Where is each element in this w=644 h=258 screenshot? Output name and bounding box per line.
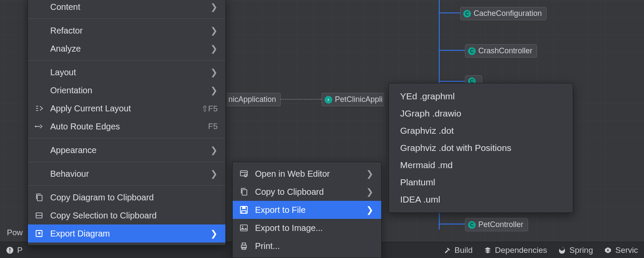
chevron-right-icon: ❯ <box>366 205 374 215</box>
node-label: nicApplication <box>228 95 276 104</box>
auto-route-icon <box>34 123 44 129</box>
node-label: PetController <box>478 220 523 229</box>
spring-boot-icon <box>325 96 332 104</box>
edge-to-cache <box>439 12 461 13</box>
tool-label: Spring <box>569 246 593 255</box>
tool-label: Build <box>455 246 473 255</box>
bottom-bar-fragment: Pow <box>7 228 23 237</box>
tool-label: Servic <box>615 246 638 255</box>
diagram-node-pet-controller[interactable]: C PetController <box>465 218 528 231</box>
diagram-node-application-center[interactable]: PetClinicAppli <box>322 93 384 106</box>
svg-rect-16 <box>9 248 10 251</box>
build-tool-button[interactable]: Build <box>444 246 473 255</box>
menu-item-behaviour[interactable]: Behaviour ❯ <box>28 165 225 183</box>
submenu-item-export-image[interactable]: Export to Image... <box>233 219 381 237</box>
menu-item-appearance[interactable]: Appearance ❯ <box>28 141 225 159</box>
submenu-item-open-web-editor[interactable]: Open in Web Editor ❯ <box>233 165 381 183</box>
context-menu: Content ❯ Refactor ❯ Analyze ❯ Layout ❯ … <box>27 0 226 246</box>
save-icon <box>239 206 249 214</box>
format-option-yed[interactable]: YEd .graphml <box>389 88 573 105</box>
dependencies-tool-button[interactable]: Dependencies <box>484 246 547 255</box>
menu-item-copy-selection[interactable]: Copy Selection to Clipboard <box>28 206 225 224</box>
layers-icon <box>484 246 492 254</box>
svg-point-11 <box>242 226 243 227</box>
node-label: CacheConfiguration <box>474 9 542 18</box>
submenu-item-print[interactable]: Print... <box>233 237 381 255</box>
chevron-right-icon: ❯ <box>210 169 218 179</box>
edge-dotted <box>280 99 322 100</box>
svg-rect-17 <box>9 252 10 252</box>
menu-item-analyze[interactable]: Analyze ❯ <box>28 40 225 58</box>
chevron-right-icon: ❯ <box>210 25 218 36</box>
apply-layout-icon <box>34 104 44 112</box>
svg-rect-8 <box>242 206 246 209</box>
edge-to-crash <box>439 50 465 51</box>
copy-icon <box>34 193 44 202</box>
chevron-right-icon: ❯ <box>210 145 218 155</box>
menu-item-copy-diagram[interactable]: Copy Diagram to Clipboard <box>28 188 225 206</box>
node-label: PetClinicAppli <box>335 95 383 104</box>
format-option-mermaid[interactable]: Mermaid .md <box>389 157 573 174</box>
svg-point-5 <box>244 174 247 177</box>
menu-separator <box>28 18 225 19</box>
copy-selection-icon <box>34 212 44 219</box>
menu-separator <box>28 162 225 162</box>
format-option-dot-positions[interactable]: Graphviz .dot with Positions <box>389 139 573 157</box>
spring-tool-button[interactable]: Spring <box>558 246 593 255</box>
tool-label: P <box>17 246 23 255</box>
menu-item-auto-route-edges[interactable]: Auto Route Edges F5 <box>28 117 225 135</box>
diagram-node-application-left-fragment[interactable]: nicApplication <box>227 93 281 106</box>
image-icon <box>239 224 249 232</box>
chevron-right-icon: ❯ <box>210 43 218 54</box>
menu-separator <box>28 138 225 138</box>
format-option-dot[interactable]: Graphviz .dot <box>389 122 573 139</box>
chevron-right-icon: ❯ <box>210 67 218 77</box>
print-icon <box>239 242 249 250</box>
class-icon: C <box>463 10 471 18</box>
export-submenu: Open in Web Editor ❯ Copy to Clipboard ❯… <box>232 162 382 258</box>
chevron-right-icon: ❯ <box>366 169 374 179</box>
svg-rect-10 <box>240 225 247 231</box>
menu-item-orientation[interactable]: Orientation ❯ <box>28 81 225 99</box>
menu-separator <box>28 60 225 61</box>
menu-separator <box>28 185 225 186</box>
menu-item-layout[interactable]: Layout ❯ <box>28 63 225 81</box>
tool-label: Dependencies <box>495 246 547 255</box>
submenu-item-copy-clipboard[interactable]: Copy to Clipboard ❯ <box>233 183 381 201</box>
problems-icon <box>6 246 14 254</box>
class-icon: C <box>468 47 476 55</box>
spring-icon <box>558 246 566 254</box>
web-editor-icon <box>239 170 249 178</box>
submenu-item-export-file[interactable]: Export to File ❯ <box>233 201 381 219</box>
menu-item-apply-current-layout[interactable]: Apply Current Layout ⇧F5 <box>28 99 225 117</box>
export-file-format-submenu: YEd .graphml JGraph .drawio Graphviz .do… <box>389 83 573 213</box>
edge-branch-hidden <box>439 81 465 82</box>
problems-tool-button[interactable]: P <box>6 246 23 255</box>
svg-rect-9 <box>242 211 246 213</box>
format-option-plantuml[interactable]: Plantuml <box>389 174 573 191</box>
diagram-node-cache-configuration[interactable]: C CacheConfiguration <box>460 7 547 20</box>
diagram-node-crash-controller[interactable]: C CrashController <box>465 44 537 58</box>
svg-rect-4 <box>240 171 247 176</box>
export-icon <box>34 230 44 237</box>
hammer-icon <box>444 246 451 254</box>
svg-rect-13 <box>242 243 246 245</box>
menu-item-content[interactable]: Content ❯ <box>28 0 225 16</box>
services-tool-button[interactable]: Servic <box>604 246 638 255</box>
svg-point-1 <box>35 126 36 127</box>
node-label: CrashController <box>478 46 532 55</box>
chevron-right-icon: ❯ <box>366 187 374 197</box>
chevron-right-icon: ❯ <box>210 228 218 239</box>
class-icon: C <box>468 221 476 229</box>
shortcut-label: F5 <box>208 122 218 131</box>
svg-rect-2 <box>37 195 42 201</box>
format-option-idea-uml[interactable]: IDEA .uml <box>389 191 573 208</box>
chevron-right-icon: ❯ <box>210 2 218 12</box>
menu-item-refactor[interactable]: Refactor ❯ <box>28 22 225 40</box>
format-option-jgraph[interactable]: JGraph .drawio <box>389 105 573 122</box>
copy-icon <box>239 187 249 196</box>
svg-rect-6 <box>242 190 247 195</box>
chevron-right-icon: ❯ <box>210 85 218 95</box>
menu-item-export-diagram[interactable]: Export Diagram ❯ <box>28 224 225 243</box>
services-icon <box>604 246 612 254</box>
